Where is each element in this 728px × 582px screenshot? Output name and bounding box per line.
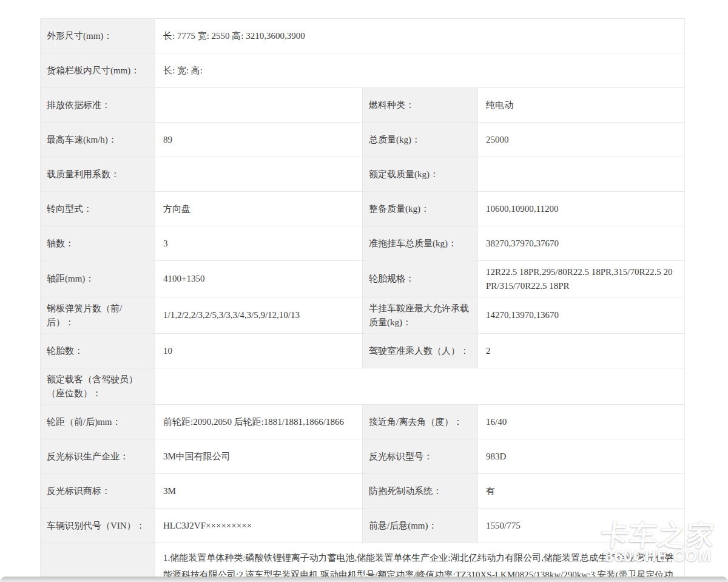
spec-label: 燃料种类： [363, 88, 478, 123]
table-row: 额定载客（含驾驶员）（座位数）： [41, 368, 685, 405]
spec-value [478, 157, 685, 192]
spec-label: 钢板弹簧片数（前/后）： [41, 297, 155, 334]
table-row: 最高车速(km/h)： 89 总质量(kg)： 25000 [41, 123, 685, 157]
bottom-panel-edge [0, 577, 728, 582]
table-row: 钢板弹簧片数（前/后）： 1/1,2/2,2/3,2/5,3/3,3/4,3/5… [41, 297, 685, 334]
spec-label: 轮胎规格： [363, 261, 478, 297]
spec-value: 长: 7775 宽: 2550 高: 3210,3600,3900 [155, 19, 685, 53]
spec-label: 外形尺寸(mm)： [41, 19, 155, 53]
table-row: 载质量利用系数： 额定载质量(kg)： [41, 157, 685, 192]
spec-value: 3M [155, 474, 363, 509]
spec-label: 整备质量(kg)： [363, 192, 478, 226]
spec-value: 16/40 [478, 405, 685, 439]
spec-value: 方向盘 [155, 192, 363, 226]
spec-value: 2 [478, 334, 685, 368]
spec-label: 准拖挂车总质量(kg)： [363, 226, 478, 261]
spec-value: 长: 宽: 高: [155, 53, 685, 88]
spec-value: 25000 [478, 123, 685, 157]
spec-value: 1550/775 [478, 509, 685, 543]
table-row: 反光标识生产企业： 3M中国有限公司 反光标识型号： 983D [41, 439, 685, 474]
spec-value: 10600,10900,11200 [478, 192, 685, 226]
table-row: 车辆识别代号（VIN）： HLC3J2VF××××××××× 前悬/后悬(mm)… [41, 509, 685, 543]
spec-value: 14270,13970,13670 [478, 297, 685, 334]
table-row: 转向型式： 方向盘 整备质量(kg)： 10600,10900,11200 [41, 192, 685, 226]
spec-label: 总质量(kg)： [363, 123, 478, 157]
table-row: 轴数： 3 准拖挂车总质量(kg)： 38270,37970,37670 [41, 226, 685, 261]
spec-value: 有 [478, 474, 685, 509]
table-row: 轮胎数： 10 驾驶室准乘人数（人）： 2 [41, 334, 685, 368]
spec-value: 前轮距:2090,2050 后轮距:1881/1881,1866/1866 [155, 405, 363, 439]
spec-value: 983D [478, 439, 685, 474]
table-row: 轴距(mm)： 4100+1350 轮胎规格： 12R22.5 18PR,295… [41, 261, 685, 297]
spec-value: 89 [155, 123, 363, 157]
spec-value [155, 157, 363, 192]
spec-label: 反光标识商标： [41, 474, 155, 509]
spec-label: 轴距(mm)： [41, 261, 155, 297]
vehicle-spec-table: 外形尺寸(mm)： 长: 7775 宽: 2550 高: 3210,3600,3… [40, 18, 685, 582]
table-row: 轮距（前/后)mm： 前轮距:2090,2050 后轮距:1881/1881,1… [41, 405, 685, 439]
spec-label: 轮距（前/后)mm： [41, 405, 155, 439]
spec-label: 载质量利用系数： [41, 157, 155, 192]
spec-label: 车辆识别代号（VIN）： [41, 509, 155, 543]
spec-value: 10 [155, 334, 363, 368]
spec-label: 排放依据标准： [41, 88, 155, 123]
spec-value: 1/1,2/2,2/3,2/5,3/3,3/4,3/5,9/12,10/13 [155, 297, 363, 334]
spec-value: 3M中国有限公司 [155, 439, 363, 474]
spec-value: 4100+1350 [155, 261, 363, 297]
spec-label: 额定载质量(kg)： [363, 157, 478, 192]
spec-label: 转向型式： [41, 192, 155, 226]
table-row: 排放依据标准： 燃料种类： 纯电动 [41, 88, 685, 123]
spec-label: 半挂车鞍座最大允许承载质量(kg)： [363, 297, 478, 334]
table-row: 外形尺寸(mm)： 长: 7775 宽: 2550 高: 3210,3600,3… [41, 19, 685, 53]
table-row: 货箱栏板内尺寸(mm)： 长: 宽: 高: [41, 53, 685, 88]
spec-label: 轮胎数： [41, 334, 155, 368]
spec-label: 额定载客（含驾驶员）（座位数）： [41, 368, 155, 405]
spec-value: 12R22.5 18PR,295/80R22.5 18PR,315/70R22.… [478, 261, 685, 297]
spec-label: 最高车速(km/h)： [41, 123, 155, 157]
spec-label: 反光标识型号： [363, 439, 478, 474]
spec-label: 前悬/后悬(mm)： [363, 509, 478, 543]
spec-value [155, 368, 685, 405]
spec-label: 货箱栏板内尺寸(mm)： [41, 53, 155, 88]
spec-label: 防抱死制动系统： [363, 474, 478, 509]
spec-label: 反光标识生产企业： [41, 439, 155, 474]
spec-value: 3 [155, 226, 363, 261]
spec-value: 纯电动 [478, 88, 685, 123]
spec-label: 轴数： [41, 226, 155, 261]
spec-value [155, 88, 363, 123]
spec-value: 38270,37970,37670 [478, 226, 685, 261]
spec-label: 驾驶室准乘人数（人）： [363, 334, 478, 368]
table-row: 反光标识商标： 3M 防抱死制动系统： 有 [41, 474, 685, 509]
spec-label: 接近角/离去角（度）： [363, 405, 478, 439]
spec-value: HLC3J2VF××××××××× [155, 509, 363, 543]
